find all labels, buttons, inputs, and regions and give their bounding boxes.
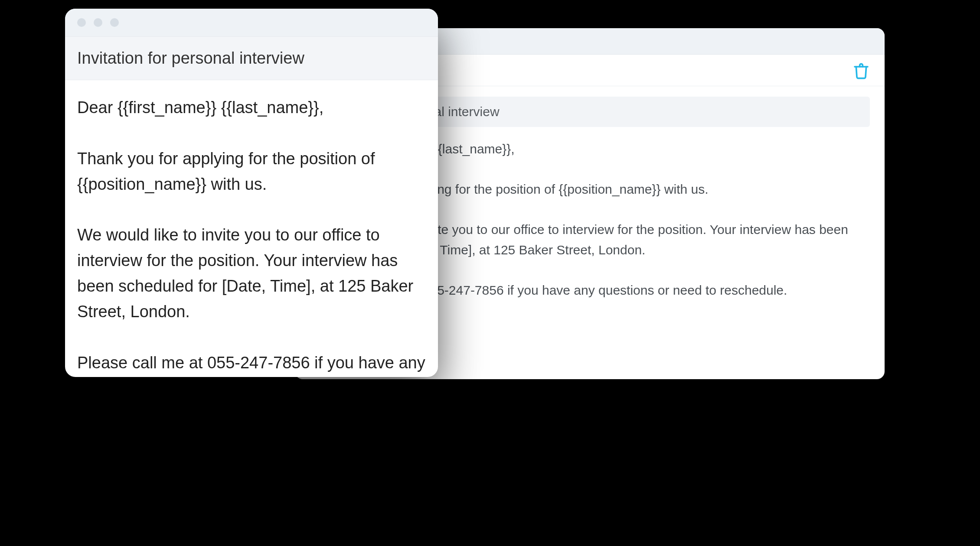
traffic-light-minimize-icon[interactable] [94,18,102,27]
window-titlebar-front [65,9,438,37]
email-body-front[interactable]: Dear {{first_name}} {{last_name}}, Thank… [65,80,438,377]
email-subject-front[interactable]: Invitation for personal interview [65,37,438,80]
traffic-light-close-icon[interactable] [77,18,86,27]
template-compose-window: Invitation for personal interview Dear {… [65,9,438,377]
trash-icon[interactable] [853,62,870,80]
traffic-light-zoom-icon[interactable] [110,18,119,27]
